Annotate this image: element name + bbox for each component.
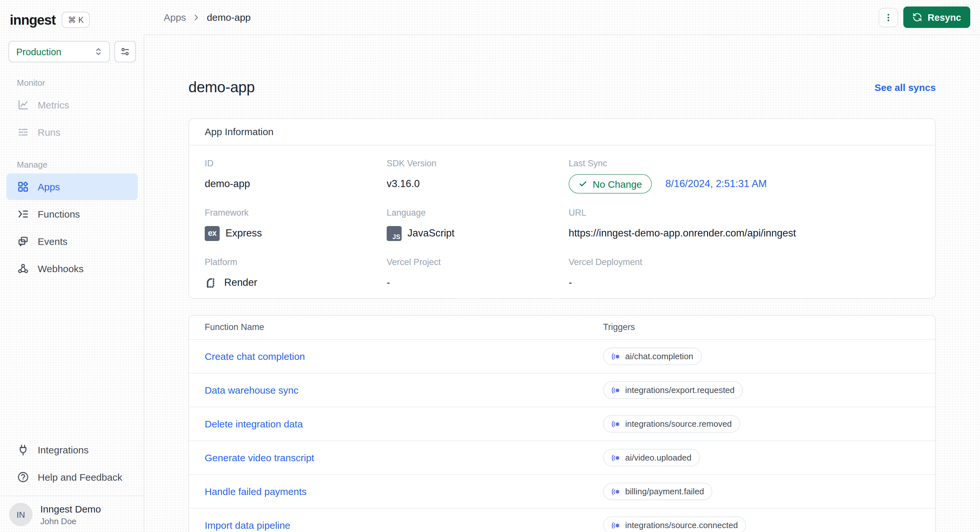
chevron-updown-icon <box>94 47 103 57</box>
sidebar-item-runs[interactable]: Runs <box>6 119 138 146</box>
field-id: ID demo-app <box>205 159 387 192</box>
main-scroll-area[interactable]: demo-app See all syncs App Information I… <box>144 35 980 532</box>
user-menu[interactable]: IN Inngest Demo John Doe <box>0 495 144 526</box>
function-link[interactable]: Data warehouse sync <box>205 384 603 395</box>
field-label: ID <box>205 159 387 168</box>
environment-select[interactable]: Production <box>8 41 110 62</box>
topbar: Apps demo-app <box>144 0 980 35</box>
javascript-icon: JS <box>387 226 402 241</box>
field-label: Language <box>387 208 569 218</box>
render-icon <box>205 276 218 289</box>
sidebar-item-apps[interactable]: Apps <box>6 173 138 200</box>
field-label: URL <box>569 208 920 218</box>
field-label: Last Sync <box>569 159 920 168</box>
breadcrumb-current: demo-app <box>207 12 251 23</box>
page-title: demo-app <box>188 78 255 96</box>
sidebar-nav: Monitor Metrics Runs Manage <box>0 64 144 282</box>
app-actions-menu-button[interactable] <box>879 8 899 27</box>
user-account-name: Inngest Demo <box>40 503 101 514</box>
title-row: demo-app See all syncs <box>188 75 936 99</box>
check-icon <box>578 179 587 188</box>
framework-name: Express <box>226 227 262 239</box>
avatar: IN <box>9 503 32 526</box>
environment-filter-button[interactable] <box>115 41 136 62</box>
chevron-right-icon <box>192 13 201 22</box>
breadcrumb-apps[interactable]: Apps <box>164 12 186 23</box>
field-sdk-version: SDK Version v3.16.0 <box>387 159 569 192</box>
sidebar-item-label: Integrations <box>38 444 89 455</box>
environment-value: Production <box>16 46 61 57</box>
field-value: demo-app <box>205 176 387 192</box>
language-name: JavaScript <box>407 227 455 239</box>
field-last-sync: Last Sync No Change 8/16/2024, 2:51:31 A… <box>569 159 920 192</box>
table-row: Delete integration data integrations/sou… <box>189 407 935 440</box>
events-icon <box>17 235 29 248</box>
table-row: Create chat completion ai/chat.completio… <box>189 339 935 373</box>
see-all-syncs-link[interactable]: See all syncs <box>875 81 936 92</box>
app-information-card: App Information ID demo-app SDK Version … <box>188 118 936 299</box>
function-link[interactable]: Import data pipeline <box>205 520 603 531</box>
trigger-badge[interactable]: integrations/source.removed <box>603 415 740 433</box>
sidebar-top: inngest ⌘ K Production <box>0 0 144 62</box>
column-header-triggers: Triggers <box>603 321 920 334</box>
functions-icon <box>17 208 29 220</box>
sync-icon <box>913 12 923 22</box>
no-change-badge[interactable]: No Change <box>569 174 652 194</box>
inngest-logo[interactable]: inngest <box>10 12 56 28</box>
function-link[interactable]: Delete integration data <box>205 418 603 429</box>
last-sync-value: No Change 8/16/2024, 2:51:31 AM <box>569 176 920 192</box>
sidebar-item-functions[interactable]: Functions <box>6 201 138 227</box>
sidebar-item-integrations[interactable]: Integrations <box>6 437 138 463</box>
resync-label: Resync <box>928 12 961 22</box>
chart-metrics-icon <box>17 99 29 111</box>
sidebar-item-label: Help and Feedback <box>38 472 122 483</box>
app-information-title: App Information <box>189 119 935 146</box>
sidebar-item-help[interactable]: Help and Feedback <box>6 464 138 491</box>
function-link[interactable]: Handle failed payments <box>205 486 603 497</box>
event-trigger-icon <box>611 453 620 462</box>
trigger-badge[interactable]: integrations/export.requested <box>603 381 743 399</box>
section-label-monitor: Monitor <box>0 78 144 88</box>
trigger-name: integrations/source.connected <box>625 520 738 530</box>
field-label: Framework <box>205 208 387 218</box>
event-trigger-icon <box>611 352 620 361</box>
sidebar-item-label: Webhooks <box>38 263 84 274</box>
table-row: Import data pipeline integrations/source… <box>189 508 935 532</box>
logo-row: inngest ⌘ K <box>8 9 136 30</box>
column-header-function-name: Function Name <box>205 321 603 334</box>
field-value: v3.16.0 <box>387 176 569 192</box>
function-link[interactable]: Generate video transcript <box>205 452 603 463</box>
platform-name: Render <box>224 277 257 288</box>
trigger-name: integrations/source.removed <box>625 419 732 429</box>
resync-button[interactable]: Resync <box>904 6 970 28</box>
trigger-name: integrations/export.requested <box>625 385 735 395</box>
sidebar-bottom: Integrations Help and Feedback IN Innges… <box>0 436 144 532</box>
field-value: JS JavaScript <box>387 226 569 241</box>
last-sync-timestamp-link[interactable]: 8/16/2024, 2:51:31 AM <box>665 178 767 190</box>
trigger-badge[interactable]: ai/chat.completion <box>603 348 702 365</box>
topbar-actions: Resync <box>879 6 970 28</box>
sidebar-item-label: Events <box>38 236 68 247</box>
sidebar-item-events[interactable]: Events <box>6 228 138 255</box>
apps-grid-icon <box>17 181 29 193</box>
event-trigger-icon <box>611 487 620 496</box>
function-link[interactable]: Create chat completion <box>205 351 603 362</box>
sidebar-item-metrics[interactable]: Metrics <box>6 92 138 118</box>
breadcrumb: Apps demo-app <box>164 12 251 23</box>
field-framework: Framework ex Express <box>205 208 387 241</box>
sidebar: inngest ⌘ K Production <box>0 0 144 532</box>
trigger-badge[interactable]: ai/video.uploaded <box>603 449 700 466</box>
field-label: Vercel Deployment <box>569 257 920 267</box>
trigger-badge[interactable]: billing/payment.failed <box>603 483 713 500</box>
help-circle-icon <box>17 471 29 483</box>
express-icon: ex <box>205 226 220 241</box>
functions-table-header: Function Name Triggers <box>189 316 935 339</box>
plug-icon <box>17 444 29 456</box>
field-label: Vercel Project <box>387 257 569 267</box>
sidebar-item-webhooks[interactable]: Webhooks <box>6 255 138 282</box>
command-k-shortcut[interactable]: ⌘ K <box>62 12 90 28</box>
trigger-badge[interactable]: integrations/source.connected <box>603 516 746 532</box>
user-name: John Doe <box>40 516 101 526</box>
field-value: - <box>569 275 920 291</box>
page-container: demo-app See all syncs App Information I… <box>188 35 936 532</box>
